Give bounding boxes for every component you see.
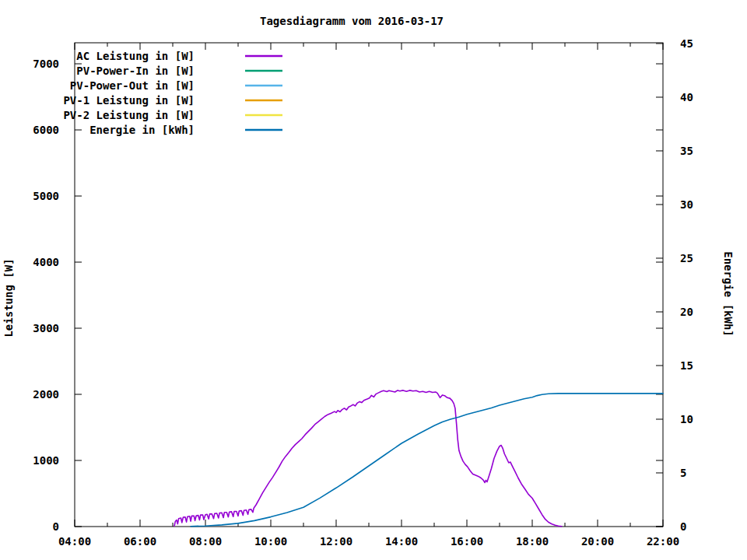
legend-label-5: PV-2 Leistung in [W]	[63, 109, 195, 121]
y-right-tick-label: 5	[680, 467, 686, 479]
legend-label-6: Energie in [kWh]	[89, 124, 195, 136]
series-line-6	[191, 394, 663, 527]
y-left-tick-label: 5000	[33, 190, 59, 202]
y-left-tick-label: 3000	[33, 322, 59, 334]
x-tick-label: 04:00	[58, 535, 91, 548]
chart-page: Tagesdiagramm vom 2016-03-1704:0006:0008…	[0, 0, 747, 560]
y-right-tick-label: 35	[680, 145, 693, 157]
y-left-tick-label: 6000	[33, 124, 59, 136]
y2-axis-label: Energie [kWh]	[722, 251, 735, 337]
y-left-tick-label: 1000	[33, 454, 59, 467]
chart-svg: Tagesdiagramm vom 2016-03-1704:0006:0008…	[0, 0, 747, 560]
y-left-tick-label: 7000	[33, 58, 59, 70]
series-line-1	[174, 390, 562, 527]
y-right-tick-label: 15	[680, 359, 693, 372]
y-right-tick-label: 25	[680, 252, 693, 264]
x-tick-label: 10:00	[254, 535, 287, 548]
y-left-tick-label: 0	[53, 520, 59, 533]
x-tick-label: 12:00	[320, 535, 352, 548]
x-tick-label: 08:00	[189, 535, 222, 548]
x-tick-label: 14:00	[385, 535, 418, 548]
legend-label-3: PV-Power-Out in [W]	[70, 79, 195, 92]
y-right-tick-label: 20	[680, 306, 693, 318]
y-axis-label: Leistung [W]	[2, 258, 15, 337]
y-right-tick-label: 0	[680, 520, 686, 533]
x-tick-label: 20:00	[581, 535, 614, 548]
legend-label-1: AC Leistung in [W]	[76, 50, 195, 62]
y-right-tick-label: 10	[680, 413, 693, 425]
chart-title: Tagesdiagramm vom 2016-03-17	[260, 15, 444, 27]
y-left-tick-label: 2000	[33, 388, 59, 401]
y-right-tick-label: 45	[680, 37, 693, 50]
y-right-tick-label: 40	[680, 91, 693, 103]
y-right-tick-label: 30	[680, 198, 693, 211]
x-tick-label: 22:00	[647, 535, 679, 548]
legend-label-2: PV-Power-In in [W]	[76, 65, 195, 77]
legend-label-4: PV-1 Leistung in [W]	[63, 94, 195, 107]
x-tick-label: 06:00	[124, 535, 156, 548]
x-tick-label: 18:00	[516, 535, 549, 548]
x-tick-label: 16:00	[451, 535, 483, 548]
y-left-tick-label: 4000	[33, 256, 59, 268]
